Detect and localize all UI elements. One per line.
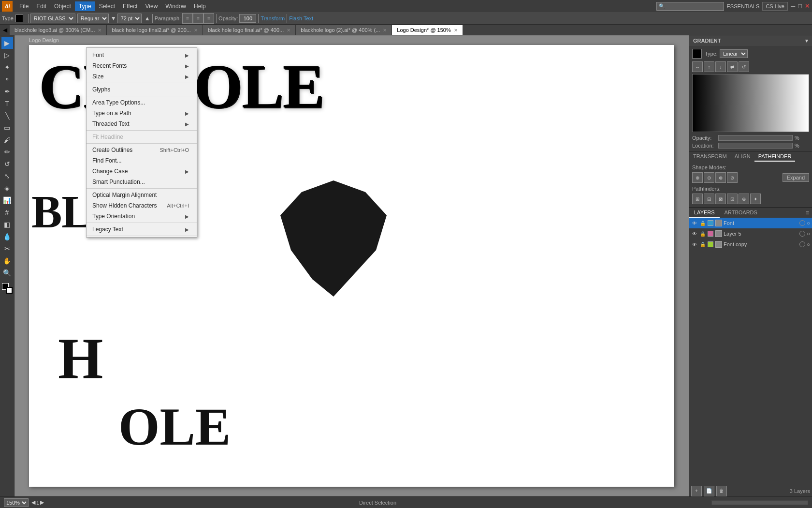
transform-link[interactable]: Transform [261, 15, 285, 21]
font-style-select[interactable]: Regular [77, 14, 109, 23]
menu-view[interactable]: View [142, 1, 162, 11]
font-size-increase[interactable]: ▲ [145, 15, 150, 22]
menu-select[interactable]: Select [95, 1, 119, 11]
pathfinder-3[interactable]: ⊠ [715, 194, 726, 204]
layer-font-visibility[interactable]: 👁 [691, 220, 698, 226]
font-size-select[interactable]: 72 pt [117, 14, 142, 23]
menu-type-on-path[interactable]: Type on a Path ▶ [87, 108, 197, 119]
eyedropper-tool[interactable]: 💧 [1, 231, 13, 242]
menu-glyphs[interactable]: Glyphs [87, 84, 197, 95]
pathfinder-2[interactable]: ⊟ [704, 194, 714, 204]
opacity-input[interactable] [239, 14, 256, 23]
gradient-type-select[interactable]: Linear Radial [720, 49, 748, 58]
layer-5-visibility[interactable]: 👁 [691, 230, 698, 237]
menu-recent-fonts[interactable]: Recent Fonts ▶ [87, 60, 197, 71]
paintbrush-tool[interactable]: 🖌 [1, 134, 13, 146]
tab-scroll-left[interactable]: ◀ [0, 25, 10, 35]
tab-artboards[interactable]: ARTBOARDS [720, 208, 762, 218]
tab-layers[interactable]: LAYERS [689, 208, 720, 218]
tab-align[interactable]: ALIGN [731, 152, 754, 162]
layer-font-copy-lock[interactable]: 🔒 [699, 241, 706, 248]
expand-button[interactable]: Expand [783, 173, 809, 182]
menu-edit[interactable]: Edit [32, 1, 50, 11]
make-sublayer-btn[interactable]: + [691, 486, 702, 496]
zoom-select[interactable]: 150% [4, 498, 29, 507]
tab-1[interactable]: black hole logo final2.ai* @ 200...✕ [107, 25, 203, 35]
direct-select-tool[interactable]: ▷ [1, 49, 13, 61]
new-layer-btn[interactable]: 📄 [704, 486, 714, 496]
maximize-btn[interactable]: □ [798, 2, 802, 10]
pencil-tool[interactable]: ✏ [1, 146, 13, 158]
layer-font[interactable]: 👁 🔒 Font ○ [689, 218, 812, 228]
tab-1-close[interactable]: ✕ [194, 28, 198, 33]
menu-help[interactable]: Help [190, 1, 210, 11]
pathfinder-6[interactable]: ✦ [750, 194, 761, 204]
flash-text-link[interactable]: Flash Text [289, 15, 313, 21]
menu-optical-margin[interactable]: Optical Margin Alignment [87, 190, 197, 200]
menu-area-type[interactable]: Area Type Options... [87, 97, 197, 108]
pathfinder-5[interactable]: ⊛ [739, 194, 749, 204]
menu-window[interactable]: Window [161, 1, 190, 11]
tab-3-close[interactable]: ✕ [383, 28, 387, 33]
layer-font-target[interactable] [799, 220, 805, 226]
tab-0[interactable]: blackhole logo3.ai @ 300% (CM...✕ [10, 25, 107, 35]
rect-tool[interactable]: ▭ [1, 122, 13, 134]
scissors-tool[interactable]: ✂ [1, 243, 13, 254]
layer-5[interactable]: 👁 🔒 Layer 5 ○ [689, 228, 812, 239]
menu-smart-punctuation[interactable]: Smart Punctuation... [87, 177, 197, 187]
gradient-ctrl-4[interactable]: ⇄ [727, 61, 738, 72]
color-swatch[interactable] [15, 15, 23, 22]
rotate-tool[interactable]: ↺ [1, 158, 13, 170]
scale-tool[interactable]: ⤡ [1, 170, 13, 182]
font-family-select[interactable]: RIOT GLASS [30, 14, 75, 23]
layer-font-lock[interactable]: 🔒 [699, 220, 706, 226]
select-tool[interactable]: ▶ [1, 37, 13, 49]
layer-font-copy-visibility[interactable]: 👁 [691, 241, 698, 248]
scroll-bar-h[interactable] [711, 500, 808, 505]
line-tool[interactable]: ╲ [1, 110, 13, 121]
tab-3[interactable]: blackhole logo (2).ai* @ 400% (...✕ [296, 25, 392, 35]
shape-intersect[interactable]: ⊗ [715, 172, 726, 183]
cs-live-btn[interactable]: CS Live [762, 2, 788, 11]
mesh-tool[interactable]: # [1, 207, 13, 218]
pen-tool[interactable]: ✒ [1, 86, 13, 97]
layer-font-copy[interactable]: 👁 🔒 Font copy ○ [689, 239, 812, 250]
gradient-ctrl-2[interactable]: ↑ [704, 61, 714, 72]
align-center-btn[interactable]: ≡ [193, 13, 203, 24]
workspace-selector[interactable]: ESSENTIALS [727, 3, 760, 9]
canvas-area[interactable]: Logo Design CK HOLE BLACK H OLE Font ▶ [14, 35, 689, 496]
menu-find-font[interactable]: Find Font... [87, 155, 197, 166]
fill-stroke-widget[interactable] [2, 283, 13, 294]
tab-2[interactable]: black hole logo final.ai* @ 400...✕ [203, 25, 296, 35]
menu-threaded-text[interactable]: Threaded Text ▶ [87, 119, 197, 129]
menu-show-hidden[interactable]: Show Hidden Characters Alt+Ctrl+I [87, 200, 197, 211]
layer-font-copy-target[interactable] [799, 241, 805, 247]
shape-exclude[interactable]: ⊘ [727, 172, 738, 183]
gradient-ctrl-3[interactable]: ↓ [715, 61, 726, 72]
tab-4[interactable]: Logo Design* @ 150%✕ [392, 25, 463, 35]
align-left-btn[interactable]: ≡ [182, 13, 193, 24]
shape-minus[interactable]: ⊖ [704, 172, 714, 183]
gradient-swatch[interactable] [692, 49, 702, 59]
prev-artboard-btn[interactable]: ◀ [31, 499, 35, 506]
layer-5-expand[interactable]: ○ [807, 231, 810, 237]
menu-create-outlines[interactable]: Create Outlines Shift+Ctrl+O [87, 145, 197, 155]
pathfinder-4[interactable]: ⊡ [727, 194, 738, 204]
menu-change-case[interactable]: Change Case ▶ [87, 166, 197, 177]
tab-4-close[interactable]: ✕ [454, 28, 458, 33]
shape-unite[interactable]: ⊕ [692, 172, 703, 183]
next-artboard-btn[interactable]: ▶ [40, 499, 44, 506]
gradient-ctrl-1[interactable]: ↔ [692, 61, 703, 72]
delete-layer-btn[interactable]: 🗑 [716, 486, 727, 496]
tab-2-close[interactable]: ✕ [287, 28, 290, 33]
menu-size[interactable]: Size ▶ [87, 71, 197, 82]
tab-transform[interactable]: TRANSFORM [689, 152, 731, 162]
menu-font[interactable]: Font ▶ [87, 50, 197, 60]
zoom-tool[interactable]: 🔍 [1, 267, 13, 279]
lasso-tool[interactable]: ⚬ [1, 74, 13, 85]
opacity-slider[interactable] [718, 135, 793, 141]
column-graph-tool[interactable]: 📊 [1, 194, 13, 206]
search-bar[interactable]: 🔍 [656, 2, 724, 11]
font-size-decrease[interactable]: ▼ [111, 15, 116, 22]
minimize-btn[interactable]: ─ [791, 2, 795, 10]
